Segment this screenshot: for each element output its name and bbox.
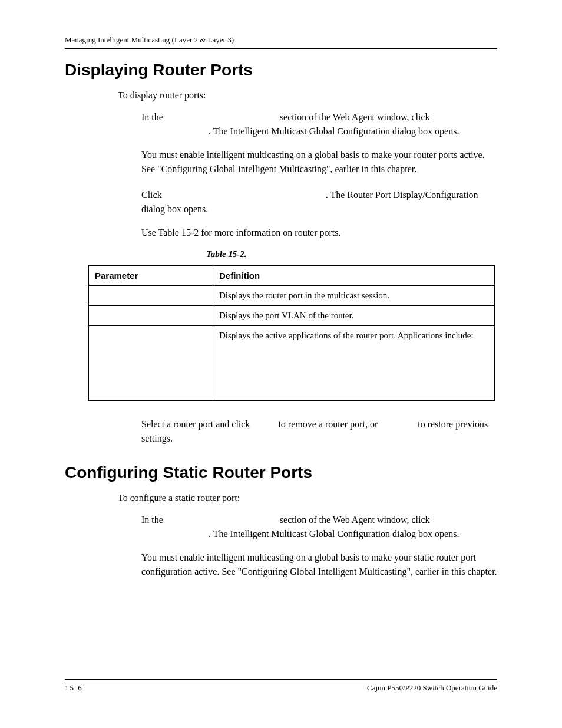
table-header-row: Parameter Definition [89, 266, 495, 286]
note-1: You must enable intelligent multicasting… [141, 148, 497, 176]
step-4-text-a: Select a router port and click [141, 419, 252, 429]
table-cell-def: Displays the port VLAN of the router. [213, 306, 495, 326]
footer-rule [65, 679, 497, 680]
table-cell-def: Displays the active applications of the … [213, 326, 495, 401]
table-row: Displays the port VLAN of the router. [89, 306, 495, 326]
page-footer: 15 6 Cajun P550/P220 Switch Operation Gu… [65, 679, 497, 693]
step-1b-text-b: section of the Web Agent window, click [280, 515, 430, 525]
table-cell-param [89, 326, 213, 401]
page-number: 15 6 [65, 683, 83, 693]
step-1-text-c: . The Intelligent Multicast Global Confi… [209, 126, 459, 136]
step-1: In the section of the Web Agent window, … [141, 110, 497, 139]
intro-text: To display router ports: [118, 90, 497, 101]
note-1-text: You must enable intelligent multicasting… [141, 150, 485, 174]
step-1b: In the section of the Web Agent window, … [141, 513, 497, 541]
step-2-text-b: . The Router Port Display/Configuration … [141, 190, 478, 214]
footer-guide-title: Cajun P550/P220 Switch Operation Guide [367, 683, 497, 693]
step-1b-text-c: . The Intelligent Multicast Global Confi… [209, 529, 459, 539]
note-2: You must enable intelligent multicasting… [141, 551, 497, 579]
parameter-table: Parameter Definition Displays the router… [88, 265, 495, 401]
step-1-text-a: In the [141, 112, 166, 122]
page: Managing Intelligent Multicasting (Layer… [0, 0, 562, 728]
table-caption: Table 15-2. [206, 249, 497, 259]
intro-text-2: To configure a static router port: [118, 493, 497, 503]
step-4-text-b: to remove a router port, or [278, 419, 380, 429]
step-4: Select a router port and click to remove… [141, 417, 497, 446]
step-1b-text-a: In the [141, 515, 166, 525]
step-2-text-a: Click [141, 190, 164, 200]
step-2: Click . The Router Port Display/Configur… [141, 188, 497, 216]
table-row: Displays the router port in the multicas… [89, 286, 495, 306]
section-title-configuring-static-router-ports: Configuring Static Router Ports [65, 463, 497, 482]
section-title-displaying-router-ports: Displaying Router Ports [65, 61, 497, 80]
note-2-text: You must enable intelligent multicasting… [141, 552, 497, 577]
header-rule [65, 48, 497, 49]
step-3: Use Table 15-2 for more information on r… [141, 226, 497, 240]
running-header: Managing Intelligent Multicasting (Layer… [65, 35, 497, 45]
table-header-parameter: Parameter [89, 266, 213, 286]
table-row: Displays the active applications of the … [89, 326, 495, 401]
table-cell-param [89, 306, 213, 326]
step-1-text-b: section of the Web Agent window, click [280, 112, 430, 122]
table-cell-param [89, 286, 213, 306]
table-header-definition: Definition [213, 266, 495, 286]
table-cell-def: Displays the router port in the multicas… [213, 286, 495, 306]
